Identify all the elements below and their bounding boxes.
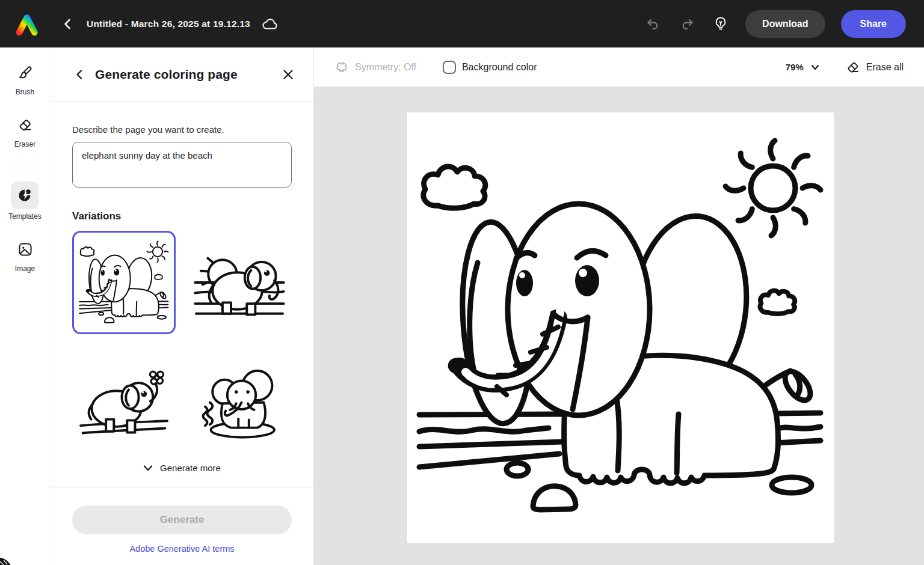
tool-sidebar: Brush Eraser: [0, 47, 51, 565]
panel-title: Generate coloring page: [95, 67, 238, 82]
chevron-down-icon: [811, 64, 819, 70]
generate-more-button[interactable]: Generate more: [72, 463, 292, 473]
background-color-control[interactable]: Background color: [443, 61, 537, 74]
sidebar-item-label: Eraser: [14, 140, 35, 148]
symmetry-toggle[interactable]: Symmetry: Off: [334, 61, 416, 74]
canvas-viewport: [314, 87, 924, 565]
hints-button[interactable]: [712, 15, 730, 33]
close-icon: [283, 69, 294, 80]
chevron-down-icon: [143, 465, 153, 472]
eraser-icon: [12, 113, 38, 137]
variation-tile-3[interactable]: [72, 349, 176, 452]
share-button[interactable]: Share: [841, 10, 906, 38]
cloud-icon: [262, 17, 279, 31]
erase-all-label: Erase all: [866, 62, 904, 73]
sidebar-item-label: Templates: [8, 212, 42, 221]
adobe-express-logo[interactable]: [13, 11, 41, 37]
undo-icon: [645, 17, 661, 31]
adobe-express-logo-icon: [14, 12, 40, 36]
generate-more-label: Generate more: [160, 463, 221, 473]
background-color-label: Background color: [462, 62, 537, 73]
generate-coloring-page-panel: Generate coloring page Describe the page…: [51, 47, 314, 565]
sidebar-item-eraser[interactable]: Eraser: [12, 113, 38, 148]
topbar: Untitled - March 26, 2025 at 19.12.13: [0, 0, 924, 47]
brush-icon: [12, 61, 38, 85]
redo-button[interactable]: [678, 15, 696, 33]
prompt-input[interactable]: elephant sunny day at the beach: [72, 142, 292, 188]
sidebar-item-label: Brush: [16, 88, 34, 96]
canvas-toolbar: Symmetry: Off Background color 79%: [314, 47, 924, 87]
sidebar-item-brush[interactable]: Brush: [12, 61, 38, 96]
symmetry-butterfly-icon: [334, 61, 349, 74]
templates-icon: [11, 182, 38, 209]
chevron-left-icon: [75, 69, 84, 80]
sidebar-divider: [11, 168, 39, 168]
coloring-page-drawing: [407, 112, 834, 543]
redo-icon: [679, 17, 695, 31]
variation-2-thumbnail: [192, 235, 287, 330]
erase-all-button[interactable]: Erase all: [846, 60, 904, 75]
cloud-sync-icon[interactable]: [261, 15, 279, 33]
background-color-swatch[interactable]: [443, 61, 456, 74]
zoom-level: 79%: [786, 62, 804, 72]
variation-tile-4[interactable]: [188, 349, 291, 452]
artboard[interactable]: [407, 112, 834, 543]
panel-header: Generate coloring page: [51, 47, 313, 102]
panel-back-button[interactable]: [71, 67, 87, 82]
chevron-left-icon: [63, 18, 72, 30]
generative-ai-terms-link[interactable]: Adobe Generative AI terms: [72, 544, 292, 554]
sidebar-item-label: Image: [15, 264, 35, 273]
variation-1-thumbnail: [76, 235, 171, 330]
sidebar-item-image[interactable]: Image: [12, 237, 38, 273]
image-icon: [12, 237, 38, 261]
symmetry-label: Symmetry: Off: [355, 62, 416, 73]
panel-footer: Generate Adobe Generative AI terms: [51, 487, 313, 565]
download-button[interactable]: Download: [745, 10, 825, 38]
document-title[interactable]: Untitled - March 26, 2025 at 19.12.13: [87, 19, 250, 29]
variation-4-thumbnail: [192, 353, 287, 448]
panel-close-button[interactable]: [280, 66, 297, 83]
variation-tile-1[interactable]: [72, 231, 176, 334]
variation-3-thumbnail: [76, 353, 171, 448]
prompt-description-label: Describe the page you want to create.: [72, 124, 292, 135]
undo-button[interactable]: [644, 15, 662, 33]
zoom-dropdown[interactable]: 79%: [786, 62, 819, 72]
corner-artifact: [0, 555, 17, 565]
back-button[interactable]: [59, 16, 76, 32]
eraser-icon: [846, 60, 860, 75]
sidebar-item-templates[interactable]: Templates: [8, 182, 42, 221]
generate-button[interactable]: Generate: [72, 505, 292, 534]
variations-grid: [72, 231, 292, 452]
panel-body: Describe the page you want to create. el…: [51, 102, 313, 487]
variation-tile-2[interactable]: [188, 231, 291, 334]
variations-heading: Variations: [72, 210, 292, 222]
lightbulb-icon: [713, 16, 728, 32]
canvas-column: Symmetry: Off Background color 79%: [314, 47, 924, 565]
